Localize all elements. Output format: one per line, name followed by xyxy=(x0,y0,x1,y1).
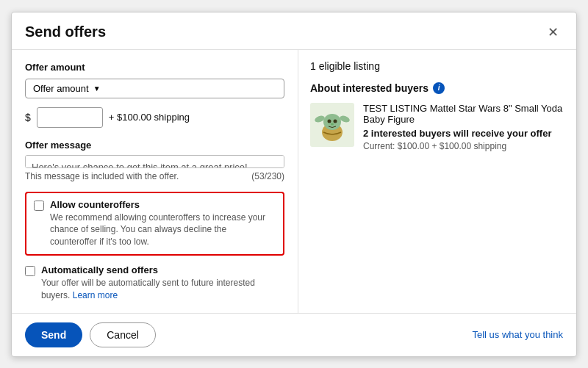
auto-send-section: Automatically send offers Your offer wil… xyxy=(25,264,284,302)
listing-image xyxy=(310,103,354,147)
allow-counteroffer-content: Allow counteroffers We recommend allowin… xyxy=(50,199,276,248)
char-count: (53/230) xyxy=(251,171,284,181)
offer-message-textarea[interactable]: Here's your chance to get this item at a… xyxy=(25,155,284,168)
message-hint-row: This message is included with the offer.… xyxy=(25,171,284,181)
close-button[interactable]: ✕ xyxy=(543,23,563,42)
send-button[interactable]: Send xyxy=(25,322,82,347)
allow-counteroffer-checkbox[interactable] xyxy=(34,201,44,211)
right-panel: 1 eligible listing About interested buye… xyxy=(298,50,576,313)
modal-header: Send offers ✕ xyxy=(12,12,576,50)
cancel-button[interactable]: Cancel xyxy=(90,322,156,347)
message-hint-text: This message is included with the offer. xyxy=(25,171,179,181)
svg-point-5 xyxy=(333,120,337,123)
modal-footer: Send Cancel Tell us what you think xyxy=(12,313,576,356)
listing-buyers: 2 interested buyers will receive your of… xyxy=(363,128,564,139)
price-row: $ + $100.00 shipping xyxy=(25,107,284,128)
shipping-text: + $100.00 shipping xyxy=(109,112,190,123)
checkbox-section: Allow counteroffers We recommend allowin… xyxy=(25,192,284,311)
allow-counteroffer-label: Allow counteroffers xyxy=(50,199,276,210)
listing-card: TEST LISTING Mattel Star Wars 8" Small Y… xyxy=(310,103,564,151)
price-input[interactable] xyxy=(37,107,103,128)
footer-actions: Send Cancel xyxy=(25,322,156,347)
dollar-sign: $ xyxy=(25,112,31,123)
chevron-down-icon: ▼ xyxy=(93,84,101,93)
auto-send-checkbox[interactable] xyxy=(25,266,35,276)
about-buyers-header: About interested buyers i xyxy=(310,82,564,94)
tell-us-link[interactable]: Tell us what you think xyxy=(472,329,563,340)
offer-amount-dropdown[interactable]: Offer amount ▼ xyxy=(25,79,284,98)
offer-amount-label: Offer amount xyxy=(25,62,284,73)
left-panel: Offer amount Offer amount ▼ $ + $100.00 … xyxy=(12,50,298,313)
svg-point-4 xyxy=(327,120,331,123)
dropdown-label: Offer amount xyxy=(33,83,89,94)
learn-more-link[interactable]: Learn more xyxy=(73,290,118,300)
auto-send-content: Automatically send offers Your offer wil… xyxy=(41,264,284,302)
svg-point-6 xyxy=(331,123,334,126)
listing-info: TEST LISTING Mattel Star Wars 8" Small Y… xyxy=(363,103,564,151)
yoda-image xyxy=(312,104,353,145)
listing-current: Current: $100.00 + $100.00 shipping xyxy=(363,141,564,151)
allow-counteroffer-desc: We recommend allowing counteroffers to i… xyxy=(50,212,276,248)
send-offers-modal: Send offers ✕ Offer amount Offer amount … xyxy=(11,12,577,357)
modal-title: Send offers xyxy=(25,24,106,40)
modal-body: Offer amount Offer amount ▼ $ + $100.00 … xyxy=(12,50,576,313)
offer-message-label: Offer message xyxy=(25,140,284,151)
info-icon[interactable]: i xyxy=(433,82,445,94)
about-buyers-label: About interested buyers xyxy=(310,82,429,94)
auto-send-label: Automatically send offers xyxy=(41,264,284,275)
eligible-listing: 1 eligible listing xyxy=(310,60,564,72)
listing-title: TEST LISTING Mattel Star Wars 8" Small Y… xyxy=(363,103,564,125)
allow-counteroffer-section: Allow counteroffers We recommend allowin… xyxy=(25,192,284,256)
auto-send-desc: Your offer will be automatically sent to… xyxy=(41,277,284,302)
